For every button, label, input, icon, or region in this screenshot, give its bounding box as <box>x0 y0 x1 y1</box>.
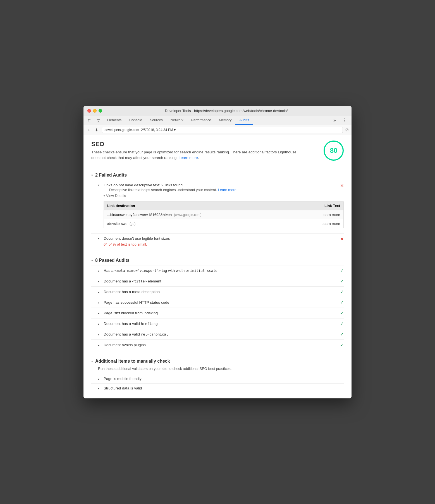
download-button[interactable]: ⬇ <box>94 127 100 133</box>
row-domain-1: (www.google.com) <box>174 213 202 217</box>
audit-links-fail-icon: ✕ <box>340 183 344 188</box>
row-url-2: /devsite-swe <box>107 222 127 226</box>
audit-item-http-status: ▸ Page has successful HTTP status code ✓ <box>91 297 344 308</box>
audit-links-title: Links do not have descriptive text: 2 li… <box>104 183 238 187</box>
audit-metadesc-title: Document has a meta description <box>104 290 160 294</box>
audit-links-header: ▾ Links do not have descriptive text: 2 … <box>98 183 344 192</box>
add-button[interactable]: + <box>86 127 91 133</box>
seo-header: SEO These checks ensure that your page i… <box>91 141 344 161</box>
tab-console[interactable]: Console <box>125 116 146 125</box>
view-details-button[interactable]: ▾ View Details <box>98 192 344 199</box>
seo-learn-more-link[interactable]: Learn more <box>179 156 198 160</box>
audit-canonical-chevron[interactable]: ▸ <box>98 333 101 336</box>
devtools-toolbar: ⬚ ◱ Elements Console Sources Network Per… <box>83 116 352 125</box>
devtools-tabs: Elements Console Sources Network Perform… <box>103 116 330 125</box>
row-url-1: ...bin/answer.py?answer=181692&hl=en <box>107 213 172 217</box>
audit-indexing-left: ▸ Page isn't blocked from indexing <box>98 311 158 315</box>
minimize-button[interactable] <box>93 109 97 113</box>
tab-sources[interactable]: Sources <box>146 116 167 125</box>
traffic-lights <box>87 109 102 113</box>
audit-viewport-chevron[interactable]: ▸ <box>98 269 101 272</box>
audit-title-chevron[interactable]: ▸ <box>98 280 101 283</box>
audit-viewport-header: ▸ Has a <meta name="viewport"> tag with … <box>98 268 344 273</box>
audit-hreflang-header: ▸ Document has a valid hreflang ✓ <box>98 321 344 326</box>
audit-http-pass-icon: ✓ <box>340 300 344 305</box>
stop-icon: ⊘ <box>345 127 349 132</box>
tab-elements[interactable]: Elements <box>103 116 125 125</box>
address-bar: + ⬇ ⊘ <box>83 125 352 135</box>
address-input[interactable] <box>102 127 343 133</box>
audit-title-left: ▸ Document has a <title> element <box>98 279 161 283</box>
audit-http-header: ▸ Page has successful HTTP status code ✓ <box>98 300 344 305</box>
manual-mobile-left: ▸ Page is mobile friendly <box>98 377 344 381</box>
audit-plugins-chevron[interactable]: ▸ <box>98 344 101 347</box>
audit-fonts-title: Document doesn't use legible font sizes <box>104 236 170 241</box>
more-tabs-button[interactable]: » <box>331 116 339 125</box>
tab-memory[interactable]: Memory <box>215 116 235 125</box>
audit-fonts-fail-icon: ✕ <box>340 236 344 242</box>
tab-performance[interactable]: Performance <box>187 116 215 125</box>
manual-structured-left: ▸ Structured data is valid <box>98 386 344 390</box>
audit-canonical-title: Document has a valid rel=canonical <box>104 332 168 336</box>
failed-section-chevron[interactable]: ▾ <box>91 173 93 177</box>
audit-plugins-title: Document avoids plugins <box>104 343 146 347</box>
manual-item-structured-data: ▸ Structured data is valid <box>91 383 344 393</box>
audit-indexing-pass-icon: ✓ <box>340 310 344 316</box>
view-details-chevron: ▾ <box>104 194 105 197</box>
score-circle: 80 <box>324 141 344 161</box>
passed-section-chevron[interactable]: ▾ <box>91 259 93 262</box>
view-details-label: View Details <box>106 194 126 198</box>
audit-viewport-title: Has a <meta name="viewport"> tag with wi… <box>104 268 218 273</box>
audit-links-learn-more[interactable]: Learn more <box>218 188 236 192</box>
tab-network[interactable]: Network <box>167 116 187 125</box>
audit-canonical-left: ▸ Document has a valid rel=canonical <box>98 332 168 336</box>
table-header: Link destination Link Text <box>104 201 343 210</box>
row-dest-1: ...bin/answer.py?answer=181692&hl=en (ww… <box>107 213 307 217</box>
row-linktext-1: Learn more <box>307 213 340 217</box>
audit-item-plugins: ▸ Document avoids plugins ✓ <box>91 339 344 350</box>
manual-structured-chevron[interactable]: ▸ <box>98 387 101 390</box>
audit-fonts-chevron[interactable]: ▸ <box>98 237 101 240</box>
tab-audits[interactable]: Audits <box>235 116 253 125</box>
row-domain-2: (go) <box>130 222 135 226</box>
audit-title-text: Document has a <title> element <box>104 279 161 283</box>
cursor-icon-button[interactable]: ⬚ <box>86 117 94 124</box>
additional-section-header[interactable]: ▾ Additional items to manually check <box>91 356 344 366</box>
audit-hreflang-pass-icon: ✓ <box>340 321 344 326</box>
audit-item-indexing: ▸ Page isn't blocked from indexing ✓ <box>91 308 344 318</box>
passed-audits-section-header[interactable]: ▾ 8 Passed Audits <box>91 255 344 265</box>
audit-hreflang-left: ▸ Document has a valid hreflang <box>98 322 158 326</box>
device-toggle-button[interactable]: ◱ <box>94 117 102 124</box>
audit-indexing-chevron[interactable]: ▸ <box>98 312 101 315</box>
seo-description: These checks ensure that your page is op… <box>91 149 303 161</box>
maximize-button[interactable] <box>99 109 102 113</box>
audit-item-viewport: ▸ Has a <meta name="viewport"> tag with … <box>91 265 344 276</box>
divider-failed <box>91 167 344 167</box>
divider-additional <box>91 353 344 353</box>
audit-links-chevron[interactable]: ▾ <box>98 184 101 187</box>
audit-item-title: ▸ Document has a <title> element ✓ <box>91 276 344 286</box>
title-bar: Developer Tools - https://developers.goo… <box>83 106 352 116</box>
devtools-window: Developer Tools - https://developers.goo… <box>83 106 352 398</box>
audit-canonical-header: ▸ Document has a valid rel=canonical ✓ <box>98 332 344 337</box>
failed-audits-section-header[interactable]: ▾ 2 Failed Audits <box>91 170 344 180</box>
audit-hreflang-chevron[interactable]: ▸ <box>98 322 101 325</box>
audit-metadesc-chevron[interactable]: ▸ <box>98 291 101 294</box>
manual-mobile-chevron[interactable]: ▸ <box>98 377 101 381</box>
audit-viewport-pass-icon: ✓ <box>340 268 344 273</box>
col-header-linktext: Link Text <box>307 204 340 208</box>
devtools-menu-button[interactable]: ⋮ <box>339 116 349 125</box>
seo-title: SEO <box>91 141 303 148</box>
additional-section-chevron[interactable]: ▾ <box>91 360 93 363</box>
audit-plugins-left: ▸ Document avoids plugins <box>98 343 146 347</box>
audit-http-chevron[interactable]: ▸ <box>98 301 101 304</box>
audit-fonts-left: ▸ Document doesn't use legible font size… <box>98 236 337 241</box>
audit-item-links: ▾ Links do not have descriptive text: 2 … <box>91 180 344 233</box>
close-button[interactable] <box>87 109 91 113</box>
links-table: Link destination Link Text ...bin/answer… <box>104 201 344 228</box>
audit-fonts-header: ▸ Document doesn't use legible font size… <box>98 236 344 242</box>
score-value: 80 <box>330 147 338 154</box>
audit-indexing-title: Page isn't blocked from indexing <box>104 311 158 315</box>
audit-links-left: ▾ Links do not have descriptive text: 2 … <box>98 183 337 192</box>
divider-passed <box>91 252 344 252</box>
